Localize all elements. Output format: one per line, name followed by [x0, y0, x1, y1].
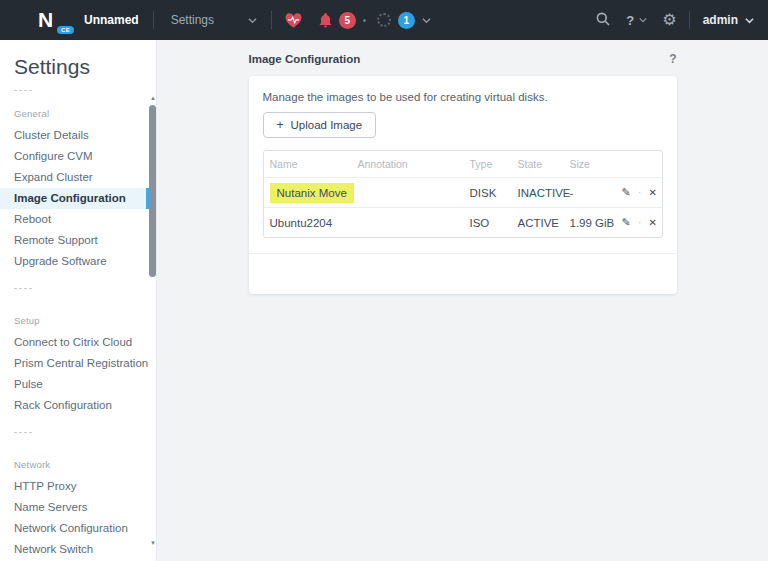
sidebar-item-reboot[interactable]: Reboot [0, 209, 149, 230]
sidebar-item-pulse[interactable]: Pulse [0, 374, 149, 395]
chevron-down-icon [639, 16, 648, 25]
separator-dot-icon: · [638, 187, 641, 198]
search-icon[interactable] [595, 11, 611, 30]
sidebar-item-prism-central-registration[interactable]: Prism Central Registration [0, 353, 149, 374]
main-content: Image Configuration ? Manage the images … [157, 40, 768, 561]
table-row: Ubuntu2204 ISO ACTIVE 1.99 GiB ✎ · ✕ [264, 207, 662, 237]
user-menu[interactable]: admin [690, 13, 754, 27]
image-name: Ubuntu2204 [270, 217, 358, 229]
nutanix-logo[interactable]: N CE [38, 8, 68, 32]
image-size: 1.99 GiB [570, 217, 622, 229]
help-icon[interactable]: ? [669, 52, 676, 66]
sidebar-item-network-configuration[interactable]: Network Configuration [0, 518, 149, 539]
logo-letter: N [38, 8, 53, 31]
section-label-general: General [14, 108, 149, 119]
col-header-state: State [518, 158, 570, 170]
sidebar-item-expand-cluster[interactable]: Expand Cluster [0, 167, 149, 188]
image-configuration-card: Manage the images to be used for creatin… [249, 76, 677, 294]
col-header-name: Name [270, 158, 358, 170]
sidebar-item-rack-configuration[interactable]: Rack Configuration [0, 395, 149, 416]
cluster-name[interactable]: Unnamed [84, 13, 139, 27]
section-label-network: Network [14, 459, 149, 470]
scrollbar-down-arrow[interactable]: ▼ [149, 540, 157, 546]
sidebar-divider [14, 432, 32, 433]
gear-icon[interactable]: ⚙ [662, 12, 676, 28]
sidebar-item-configure-cvm[interactable]: Configure CVM [0, 146, 149, 167]
col-header-type: Type [470, 158, 518, 170]
help-menu[interactable]: ? [626, 13, 634, 28]
card-description: Manage the images to be used for creatin… [249, 76, 677, 103]
scrollbar-up-arrow[interactable]: ▲ [149, 95, 157, 101]
sidebar-item-remote-support[interactable]: Remote Support [0, 230, 149, 251]
sidebar-divider [14, 288, 32, 289]
tasks-spinner-icon[interactable] [377, 13, 391, 27]
community-edition-badge: CE [57, 26, 74, 34]
page-title: Image Configuration [249, 53, 361, 65]
table-row: Nutanix Move DISK INACTIVE - ✎ · ✕ [264, 177, 662, 207]
sidebar-item-image-configuration[interactable]: Image Configuration [0, 188, 149, 209]
delete-x-icon[interactable]: ✕ [648, 217, 656, 228]
delete-x-icon[interactable]: ✕ [648, 187, 656, 198]
edit-pencil-icon[interactable]: ✎ [622, 186, 631, 198]
health-heart-icon[interactable] [284, 12, 303, 29]
sidebar-item-cluster-details[interactable]: Cluster Details [0, 125, 149, 146]
upload-image-label: Upload Image [291, 119, 363, 131]
images-table: Name Annotation Type State Size Nutanix … [263, 150, 663, 238]
top-bar: N CE Unnamed Settings 5 1 ? ⚙ [0, 0, 768, 40]
sidebar-divider [14, 90, 32, 91]
table-header-row: Name Annotation Type State Size [264, 151, 662, 177]
image-type: ISO [470, 217, 518, 229]
sidebar-title: Settings [14, 55, 156, 79]
sidebar-nav: General Cluster Details Configure CVM Ex… [0, 108, 149, 560]
separator-dot-icon [363, 19, 366, 22]
image-type: DISK [470, 187, 518, 199]
chevron-down-icon [248, 16, 257, 25]
settings-menu[interactable]: Settings [171, 13, 257, 27]
chevron-down-icon [745, 16, 754, 25]
sidebar-item-name-servers[interactable]: Name Servers [0, 497, 149, 518]
settings-menu-label: Settings [171, 13, 214, 27]
tasks-count-badge[interactable]: 1 [398, 12, 415, 29]
edit-pencil-icon[interactable]: ✎ [622, 216, 631, 228]
image-state: ACTIVE [518, 217, 570, 229]
image-name-highlighted: Nutanix Move [270, 183, 354, 203]
plus-icon: + [277, 118, 284, 132]
chevron-down-icon[interactable] [422, 16, 431, 25]
upload-image-button[interactable]: + Upload Image [263, 112, 377, 138]
col-header-annotation: Annotation [358, 158, 470, 170]
separator-dot-icon: · [638, 217, 641, 228]
image-size: - [570, 187, 622, 199]
sidebar-item-network-switch[interactable]: Network Switch [0, 539, 149, 560]
sidebar-item-connect-to-citrix-cloud[interactable]: Connect to Citrix Cloud [0, 332, 149, 353]
topbar-divider [271, 11, 272, 29]
image-state: INACTIVE [518, 187, 570, 199]
scrollbar-thumb[interactable] [149, 105, 156, 277]
card-footer [249, 254, 677, 294]
sidebar-item-upgrade-software[interactable]: Upgrade Software [0, 251, 149, 272]
section-label-setup: Setup [14, 315, 149, 326]
user-name: admin [703, 13, 738, 27]
settings-sidebar: Settings General Cluster Details Configu… [0, 40, 157, 561]
alerts-count-badge[interactable]: 5 [339, 12, 356, 29]
topbar-divider [153, 11, 154, 29]
alerts-bell-icon[interactable] [318, 12, 333, 28]
col-header-size: Size [570, 158, 622, 170]
sidebar-item-http-proxy[interactable]: HTTP Proxy [0, 476, 149, 497]
